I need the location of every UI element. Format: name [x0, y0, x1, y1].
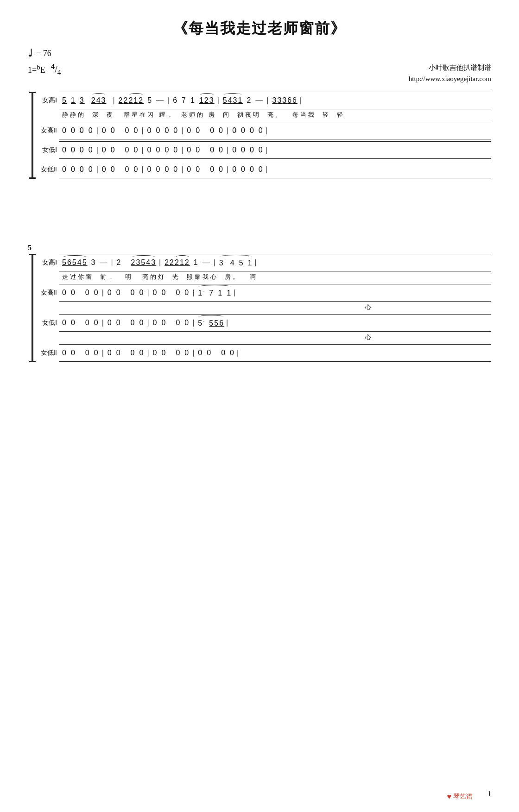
s2-alto1-sub-lyrics: 心	[59, 332, 376, 342]
arc-5431: 5431	[223, 96, 243, 105]
page-number: 1	[487, 790, 491, 798]
alto2-music: 0000|0000|0000|0000|0000|	[59, 161, 491, 178]
note-6: 6	[173, 96, 178, 105]
note-2c: 2	[117, 258, 122, 267]
bracket-bot-arm-2	[29, 361, 36, 362]
note-1b: 1	[194, 258, 199, 267]
watermark-text: 琴艺谱	[453, 793, 473, 801]
note-3c: 3	[91, 258, 96, 267]
s2-voice-row-alto1: 女低Ⅰ 0000|0000|0000| 5·556 | 心	[37, 314, 491, 342]
soprano1-lyrics-row: 静静的深夜群星在闪耀，老师的房间彻夜明亮。每当我轻轻	[37, 110, 491, 120]
bracket-col-1	[28, 92, 37, 179]
note-5: 5	[147, 96, 152, 105]
s2-soprano2-music: 0000|0000|0000| 1·711 |	[59, 284, 491, 302]
s2-alto2-label: 女低Ⅱ	[37, 349, 59, 357]
s2-voice-row-alto2: 女低Ⅱ 0000|0000|0000|0000|	[37, 344, 491, 362]
logo-watermark: ♥ 琴艺谱	[447, 793, 473, 801]
s2-soprano1-music: 56545 3 — | 2 23543 | 2 2	[59, 254, 491, 271]
arc-212b: 212	[175, 258, 190, 267]
alto1-label: 女低Ⅰ	[37, 146, 59, 154]
note-3u2: 3	[272, 96, 277, 105]
s2-soprano2-sub-row: 心	[37, 302, 491, 312]
note-2b: 2	[247, 96, 252, 105]
barline-4: |	[266, 96, 269, 105]
arc-23543: 23543	[131, 258, 157, 267]
barline-2: |	[167, 96, 170, 105]
s2-alto1-label: 女低Ⅰ	[37, 319, 59, 327]
soprano1-music: 5 1 3 243 | 2 2 212 5	[59, 92, 491, 109]
note-7: 7	[182, 96, 187, 105]
s2-alto1-music-row: 女低Ⅰ 0000|0000|0000| 5·556 |	[37, 314, 491, 332]
section-5-label: 5	[28, 244, 491, 252]
s2-voice-row-soprano2: 女高Ⅱ 0000|0000|0000| 1·711 | 心	[37, 284, 491, 312]
s2-alto2-music: 0000|0000|0000|0000|	[59, 344, 491, 362]
attribution-line1: 小叶歌吉他扒谱制谱	[409, 62, 491, 73]
attribution-line2: http://www.xiaoyegejitar.com	[409, 73, 491, 84]
arc-556: 5·556	[198, 318, 224, 327]
barline-1: |	[113, 96, 115, 105]
alto1-music-row: 女低Ⅰ 0000|0000|0000|0000|0000|	[37, 141, 491, 159]
voice-row-alto1: 女低Ⅰ 0000|0000|0000|0000|0000|	[37, 141, 491, 159]
key-label: 1=bE	[28, 63, 45, 75]
bracket-col-2	[28, 254, 37, 362]
barline-3: |	[217, 96, 220, 105]
soprano1-music-row: 女高Ⅰ 5 1 3 243 | 2 2 212	[37, 92, 491, 109]
soprano2-music: 0000|0000|0000|0000|0000|	[59, 122, 491, 139]
time-sig: 4/4	[51, 62, 61, 77]
arc-long: 3·451·	[219, 258, 253, 267]
soprano2-music-row: 女高Ⅱ 0000|0000|0000|0000|0000|	[37, 122, 491, 139]
key-time-attribution: 1=bE 4/4 小叶歌吉他扒谱制谱 http://www.xiaoyegeji…	[28, 62, 491, 84]
bracket-line	[32, 93, 33, 177]
rest-dash1: —	[156, 96, 165, 105]
section-group-1: 女高Ⅰ 5 1 3 243 | 2 2 212	[28, 92, 491, 179]
arc-711: 1·711	[198, 288, 232, 297]
page-title: 《每当我走过老师窗前》	[28, 19, 491, 39]
s2-soprano1-lyrics: 走过你窗前，明亮的灯光照耀我心房。啊	[59, 272, 260, 282]
key-time: 1=bE 4/4	[28, 62, 61, 77]
note-2e: 2	[170, 258, 175, 267]
heart-icon: ♥	[447, 793, 452, 801]
score-section-2: 5 女高Ⅰ 56545 3 — |	[28, 244, 491, 362]
tempo-value: = 76	[36, 49, 51, 58]
note-2u: 2	[119, 96, 124, 105]
s2-soprano2-label: 女高Ⅱ	[37, 289, 59, 297]
s2-alto1-music: 0000|0000|0000| 5·556 |	[59, 314, 491, 332]
rest-dash3: —	[100, 258, 108, 267]
alto2-label: 女低Ⅱ	[37, 165, 59, 174]
s2-voice-row-soprano1: 女高Ⅰ 56545 3 — | 2 23543 |	[37, 254, 491, 282]
s2-soprano1-music-row: 女高Ⅰ 56545 3 — | 2 23543 |	[37, 254, 491, 271]
voice-row-soprano1: 女高Ⅰ 5 1 3 243 | 2 2 212	[37, 92, 491, 120]
rest-dash2: —	[255, 96, 264, 105]
note-6u: 6	[287, 96, 292, 105]
s2-soprano2-sub-lyrics: 心	[59, 302, 376, 312]
soprano1-label: 女高Ⅰ	[37, 96, 59, 105]
soprano1-lyrics: 静静的深夜群星在闪耀，老师的房间彻夜明亮。每当我轻轻	[59, 110, 348, 120]
s2-soprano1-lyrics-row: 走过你窗前，明亮的灯光照耀我心房。啊	[37, 272, 491, 282]
s2-soprano1-label: 女高Ⅰ	[37, 258, 59, 267]
arc-56545: 56545	[62, 258, 88, 267]
note-2d: 2	[165, 258, 170, 267]
arc-123: 123	[199, 96, 215, 105]
note-3u3: 3	[277, 96, 282, 105]
rest-dash4: —	[203, 258, 211, 267]
arc-243: 243	[91, 96, 107, 105]
score-section-1: 女高Ⅰ 5 1 3 243 | 2 2 212	[28, 92, 491, 179]
tempo-line: ♩ = 76	[28, 47, 491, 59]
note-6u2: 6	[292, 96, 297, 105]
attribution: 小叶歌吉他扒谱制谱 http://www.xiaoyegejitar.com	[409, 62, 491, 84]
s2-alto2-music-row: 女低Ⅱ 0000|0000|0000|0000|	[37, 344, 491, 362]
note-2u2: 2	[124, 96, 129, 105]
bracket-bot-arm	[29, 177, 36, 179]
s2-alto1-sub-row: 心	[37, 332, 491, 342]
soprano2-label: 女高Ⅱ	[37, 126, 59, 135]
bracket-line-2	[32, 255, 33, 361]
note-5u: 5	[62, 96, 67, 105]
rows-col-2: 女高Ⅰ 56545 3 — | 2 23543 |	[37, 254, 491, 362]
voice-row-soprano2: 女高Ⅱ 0000|0000|0000|0000|0000|	[37, 122, 491, 139]
tempo-note-symbol: ♩	[28, 47, 32, 59]
s2-soprano2-music-row: 女高Ⅱ 0000|0000|0000| 1·711 |	[37, 284, 491, 302]
arc-212: 212	[128, 96, 144, 105]
section-spacer	[28, 207, 491, 244]
note-1: 1	[190, 96, 196, 105]
rows-col-1: 女高Ⅰ 5 1 3 243 | 2 2 212	[37, 92, 491, 179]
